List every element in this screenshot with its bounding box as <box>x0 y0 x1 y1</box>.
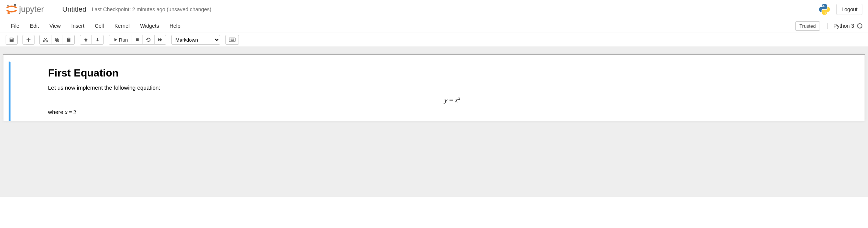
svg-point-0 <box>7 5 9 6</box>
move-up-button[interactable] <box>80 35 92 45</box>
cell-intro-text: Let us now implement the following equat… <box>48 84 857 91</box>
python-logo-icon <box>818 3 831 16</box>
trusted-button[interactable]: Trusted <box>795 21 820 31</box>
cell-prompt <box>11 62 48 121</box>
kernel-idle-icon <box>857 23 862 28</box>
fast-forward-icon <box>158 37 163 42</box>
interrupt-button[interactable] <box>132 35 143 45</box>
restart-run-all-button[interactable] <box>154 35 166 45</box>
svg-rect-14 <box>233 39 233 40</box>
copy-button[interactable] <box>51 35 63 45</box>
svg-rect-9 <box>233 39 233 39</box>
svg-point-1 <box>14 4 16 6</box>
cut-icon <box>43 37 48 42</box>
kernel-name[interactable]: Python 3 <box>827 23 862 29</box>
move-down-button[interactable] <box>92 35 104 45</box>
insert-cell-button[interactable] <box>23 35 35 45</box>
svg-rect-11 <box>230 39 230 40</box>
svg-rect-12 <box>231 39 231 40</box>
cut-button[interactable] <box>39 35 51 45</box>
svg-rect-8 <box>231 39 232 39</box>
arrow-up-icon <box>83 37 89 42</box>
svg-rect-13 <box>231 39 232 40</box>
cell-content[interactable]: First Equation Let us now implement the … <box>48 62 859 121</box>
menu-file[interactable]: File <box>6 19 25 33</box>
svg-rect-16 <box>231 40 234 41</box>
menubar: File Edit View Insert Cell Kernel Widget… <box>0 19 868 33</box>
menu-view[interactable]: View <box>44 19 66 33</box>
toolbar: Run Markdown <box>0 33 868 47</box>
paste-icon <box>66 37 71 42</box>
run-button[interactable]: Run <box>109 35 132 45</box>
run-icon <box>113 38 117 42</box>
cell-type-select[interactable]: Markdown <box>171 35 220 45</box>
svg-rect-4 <box>136 38 139 41</box>
restart-icon <box>146 37 151 42</box>
notebook-area: First Equation Let us now implement the … <box>0 47 868 197</box>
logout-button[interactable]: Logout <box>836 4 862 15</box>
cell-where-text: where x = 2 <box>48 109 857 116</box>
svg-rect-10 <box>233 39 234 39</box>
svg-rect-6 <box>230 39 230 39</box>
notebook-name[interactable]: Untitled <box>60 4 89 14</box>
command-palette-button[interactable] <box>225 35 239 45</box>
header: jupyter Untitled Last Checkpoint: 2 minu… <box>0 0 868 19</box>
svg-point-2 <box>8 12 10 14</box>
stop-icon <box>135 38 140 42</box>
svg-rect-7 <box>231 39 231 39</box>
save-icon <box>9 37 14 42</box>
svg-text:jupyter: jupyter <box>19 4 44 14</box>
save-button[interactable] <box>6 35 18 45</box>
menu-help[interactable]: Help <box>164 19 186 33</box>
jupyter-logo[interactable]: jupyter <box>6 3 54 16</box>
menu-edit[interactable]: Edit <box>25 19 44 33</box>
display-equation: y = x2 <box>48 95 857 104</box>
arrow-down-icon <box>95 37 100 42</box>
checkpoint-status: Last Checkpoint: 2 minutes ago (unsaved … <box>92 6 211 12</box>
markdown-cell[interactable]: First Equation Let us now implement the … <box>9 62 859 121</box>
menu-widgets[interactable]: Widgets <box>135 19 164 33</box>
notebook: First Equation Let us now implement the … <box>3 54 865 121</box>
restart-button[interactable] <box>143 35 155 45</box>
menu-cell[interactable]: Cell <box>90 19 109 33</box>
plus-icon <box>26 37 31 42</box>
copy-icon <box>54 37 60 42</box>
paste-button[interactable] <box>63 35 75 45</box>
cell-heading: First Equation <box>48 67 857 79</box>
svg-rect-15 <box>233 39 234 40</box>
menu-kernel[interactable]: Kernel <box>109 19 135 33</box>
menu-insert[interactable]: Insert <box>66 19 90 33</box>
keyboard-icon <box>229 38 236 42</box>
